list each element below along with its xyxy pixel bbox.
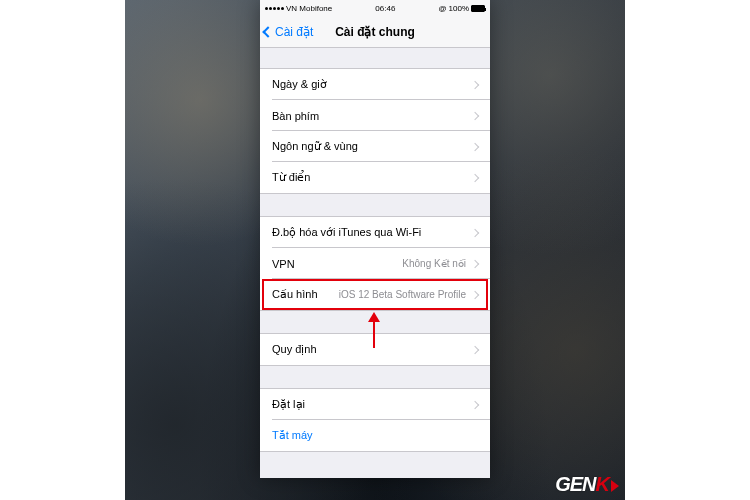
settings-row[interactable]: Đ.bộ hóa với iTunes qua Wi-Fi (260, 217, 490, 248)
settings-row[interactable]: Bàn phím (260, 100, 490, 131)
chevron-right-icon (471, 142, 479, 150)
row-label: Ngày & giờ (272, 78, 327, 91)
watermark-logo: GENK (555, 473, 619, 496)
row-label: Ngôn ngữ & vùng (272, 140, 358, 153)
chevron-right-icon (471, 80, 479, 88)
chevron-right-icon (471, 111, 479, 119)
back-button[interactable]: Cài đặt (260, 25, 313, 39)
row-label: Đ.bộ hóa với iTunes qua Wi-Fi (272, 226, 421, 239)
row-label: Tắt máy (272, 429, 313, 442)
row-label: Quy định (272, 343, 317, 356)
back-label: Cài đặt (275, 25, 313, 39)
row-label: Đặt lại (272, 398, 305, 411)
chevron-right-icon (471, 173, 479, 181)
settings-group: Đ.bộ hóa với iTunes qua Wi-FiVPNKhông Kế… (260, 216, 490, 311)
row-value: iOS 12 Beta Software Profile (318, 289, 472, 300)
row-value: Không Kết nối (295, 258, 472, 269)
carrier-label: VN Mobifone (286, 4, 332, 13)
status-time: 06:46 (375, 4, 395, 13)
row-label: Từ điển (272, 171, 310, 184)
row-label: Bàn phím (272, 110, 319, 122)
settings-row[interactable]: Tắt máy (260, 420, 490, 451)
chevron-right-icon (471, 290, 479, 298)
row-label: VPN (272, 258, 295, 270)
chevron-right-icon (471, 345, 479, 353)
settings-row[interactable]: Quy định (260, 334, 490, 365)
settings-group: Quy định (260, 333, 490, 366)
settings-row[interactable]: Từ điển (260, 162, 490, 193)
settings-row[interactable]: Cấu hìnhiOS 12 Beta Software Profile (260, 279, 490, 310)
settings-row[interactable]: Ngôn ngữ & vùng (260, 131, 490, 162)
row-label: Cấu hình (272, 288, 318, 301)
navigation-bar: Cài đặt Cài đặt chung (260, 16, 490, 48)
settings-row[interactable]: Ngày & giờ (260, 69, 490, 100)
settings-group: Đặt lạiTắt máy (260, 388, 490, 452)
phone-screenshot: VN Mobifone 06:46 @ 100% Cài đặt Cài đặt… (260, 0, 490, 478)
battery-icon (471, 5, 485, 12)
chevron-right-icon (471, 259, 479, 267)
settings-row[interactable]: VPNKhông Kết nối (260, 248, 490, 279)
play-icon (611, 480, 619, 492)
settings-group: Ngày & giờBàn phímNgôn ngữ & vùngTừ điển (260, 68, 490, 194)
chevron-left-icon (262, 26, 273, 37)
settings-row[interactable]: Đặt lại (260, 389, 490, 420)
chevron-right-icon (471, 400, 479, 408)
signal-icon (265, 7, 284, 10)
desktop-background: VN Mobifone 06:46 @ 100% Cài đặt Cài đặt… (125, 0, 625, 500)
chevron-right-icon (471, 228, 479, 236)
status-bar: VN Mobifone 06:46 @ 100% (260, 0, 490, 16)
battery-percent: 100% (449, 4, 469, 13)
